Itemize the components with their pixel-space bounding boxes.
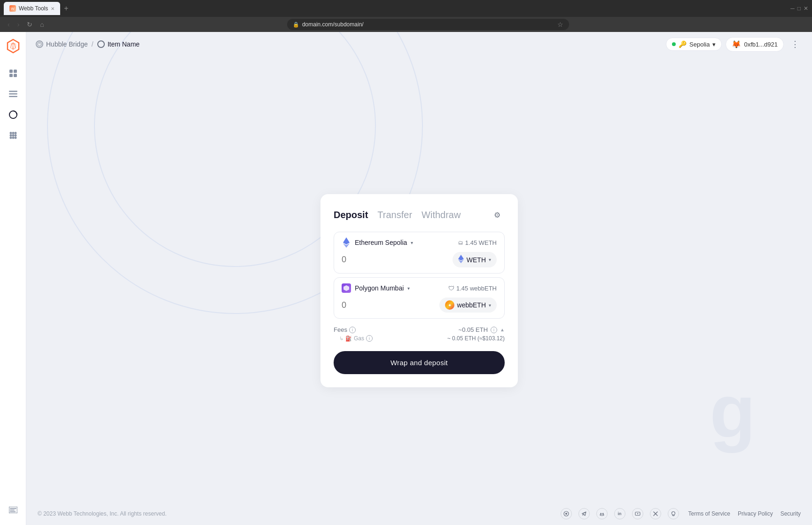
tab-close-button[interactable]: ✕: [51, 6, 55, 11]
footer-right: in Terms of Service Privacy Policy Secur…: [561, 508, 801, 519]
social-linkedin-button[interactable]: in: [614, 508, 625, 519]
bookmark-star-icon[interactable]: ☆: [557, 21, 563, 28]
fee-gas-value: ~ 0.05 ETH (≈$103.12): [447, 335, 505, 342]
fees-amount-value: ~0.05 ETH: [459, 326, 488, 333]
source-chain-chevron-icon: ▾: [411, 240, 413, 245]
wallet-icon: 🦊: [732, 40, 741, 49]
footer-security-link[interactable]: Security: [781, 510, 801, 517]
maximize-button[interactable]: □: [797, 5, 801, 12]
social-gitbook-button[interactable]: [561, 508, 572, 519]
footer-copyright: © 2023 Webb Technologies, Inc. All right…: [38, 510, 167, 517]
source-chain-header: Ethereum Sepolia ▾ 🗂 1.45 WETH: [342, 238, 497, 247]
social-discord-button[interactable]: [596, 508, 608, 519]
breadcrumb-current-icon: [97, 40, 105, 48]
fees-label: Fees i: [334, 326, 356, 333]
fee-gas-info-icon[interactable]: i: [366, 335, 373, 342]
svg-rect-8: [9, 94, 17, 95]
sidebar: W: [0, 32, 26, 525]
network-chevron-icon: ▾: [712, 41, 716, 48]
dest-chain-header: Polygon Mumbai ▾ 🛡 1.45 webbETH: [342, 283, 497, 293]
window-controls: ─ □ ✕: [790, 5, 808, 12]
tab-transfer[interactable]: Transfer: [377, 210, 412, 220]
minimize-button[interactable]: ─: [790, 5, 795, 12]
fees-info-icon[interactable]: i: [349, 327, 356, 333]
sidebar-item-circle[interactable]: [4, 105, 23, 124]
breadcrumb-parent-link[interactable]: Hubble Bridge: [46, 40, 88, 48]
fee-row-gas: ↳ ⛽ Gas i ~ 0.05 ETH (≈$103.12): [334, 335, 505, 342]
back-button[interactable]: ‹: [6, 20, 12, 29]
dest-chain-balance-value: 1.45 webbETH: [456, 285, 497, 292]
svg-rect-7: [9, 91, 17, 92]
main-content: Deposit Transfer Withdraw ⚙: [26, 32, 812, 525]
tab-bar: W Webb Tools ✕ +: [4, 2, 787, 15]
sidebar-item-apps[interactable]: [4, 126, 23, 145]
breadcrumb-current-item: Item Name: [97, 40, 140, 48]
sidebar-item-terminal[interactable]: [4, 501, 23, 519]
tab-withdraw[interactable]: Withdraw: [422, 210, 461, 220]
breadcrumb-parent-item: Hubble Bridge: [36, 40, 88, 48]
svg-point-12: [12, 132, 14, 134]
fees-amount-info-icon[interactable]: i: [491, 327, 497, 333]
card-settings-button[interactable]: ⚙: [490, 207, 505, 222]
network-icon: 🔑: [679, 40, 687, 48]
fee-gas-label: ↳ ⛽ Gas i: [339, 335, 373, 342]
footer: © 2023 Webb Technologies, Inc. All right…: [26, 502, 812, 525]
reload-button[interactable]: ↻: [25, 20, 34, 29]
sidebar-item-grid[interactable]: [4, 64, 23, 83]
browser-chrome: W Webb Tools ✕ + ─ □ ✕: [0, 0, 812, 17]
dest-amount-input[interactable]: [342, 300, 398, 310]
fees-section: Fees i ~0.05 ETH i ▲ ↳ ⛽ Gas i: [334, 326, 505, 342]
source-token-chevron-icon: ▾: [489, 257, 491, 262]
dest-chain-balance: 🛡 1.45 webbETH: [448, 285, 497, 292]
weth-eth-icon: [458, 255, 464, 265]
fees-expand-button[interactable]: ▲: [500, 327, 505, 332]
svg-point-29: [671, 512, 675, 515]
network-selector[interactable]: 🔑 Sepolia ▾: [666, 38, 722, 51]
source-token-selector[interactable]: WETH ▾: [453, 252, 497, 267]
breadcrumb-parent-icon: [36, 40, 43, 48]
svg-point-27: [565, 513, 567, 515]
source-amount-row: WETH ▾: [342, 252, 497, 267]
source-token-name: WETH: [467, 256, 486, 264]
tab-favicon: W: [9, 5, 16, 12]
source-chain-selector[interactable]: Ethereum Sepolia ▾: [342, 238, 413, 247]
social-twitter-button[interactable]: [650, 508, 661, 519]
gas-pump-icon: ⛽: [345, 336, 352, 342]
svg-rect-22: [10, 508, 16, 509]
security-lock-icon: 🔒: [293, 22, 299, 28]
forward-button[interactable]: ›: [16, 20, 22, 29]
wallet-selector[interactable]: 🦊 0xfb1...d921: [726, 37, 784, 52]
svg-point-14: [9, 134, 12, 137]
wrap-deposit-button[interactable]: Wrap and deposit: [334, 351, 505, 374]
sidebar-logo[interactable]: W: [5, 38, 22, 55]
source-amount-input[interactable]: [342, 255, 398, 265]
home-button[interactable]: ⌂: [38, 20, 46, 29]
dest-chain-name: Polygon Mumbai: [355, 284, 404, 292]
browser-tab-active[interactable]: W Webb Tools ✕: [4, 2, 60, 15]
social-github-button[interactable]: [668, 508, 679, 519]
new-tab-button[interactable]: +: [62, 4, 70, 13]
footer-links: Terms of Service Privacy Policy Security: [688, 510, 801, 517]
svg-rect-9: [9, 96, 17, 97]
dest-token-selector[interactable]: ✦ webbETH ▾: [439, 298, 497, 313]
more-options-button[interactable]: ⋮: [788, 37, 803, 52]
header-right: 🔑 Sepolia ▾ 🦊 0xfb1...d921 ⋮: [666, 37, 803, 52]
url-bar[interactable]: 🔒 domain.com/subdomain/ ☆: [287, 19, 569, 30]
dest-chain-selector[interactable]: Polygon Mumbai ▾: [342, 283, 410, 293]
svg-rect-24: [10, 511, 16, 512]
social-telegram-button[interactable]: [578, 508, 590, 519]
tab-deposit[interactable]: Deposit: [334, 210, 368, 220]
svg-rect-23: [10, 510, 15, 511]
social-youtube-button[interactable]: [632, 508, 643, 519]
wallet-address: 0xfb1...d921: [744, 41, 778, 48]
dest-token-name: webbETH: [457, 301, 486, 309]
fees-amount: ~0.05 ETH i ▲: [459, 326, 505, 333]
balance-wallet-icon: 🗂: [458, 240, 463, 245]
svg-rect-5: [9, 74, 13, 77]
footer-privacy-link[interactable]: Privacy Policy: [738, 510, 773, 517]
footer-tos-link[interactable]: Terms of Service: [688, 510, 730, 517]
sidebar-item-list[interactable]: [4, 85, 23, 103]
close-window-button[interactable]: ✕: [804, 5, 808, 12]
card-tabs: Deposit Transfer Withdraw ⚙: [334, 207, 505, 222]
fees-header: Fees i ~0.05 ETH i ▲: [334, 326, 505, 333]
